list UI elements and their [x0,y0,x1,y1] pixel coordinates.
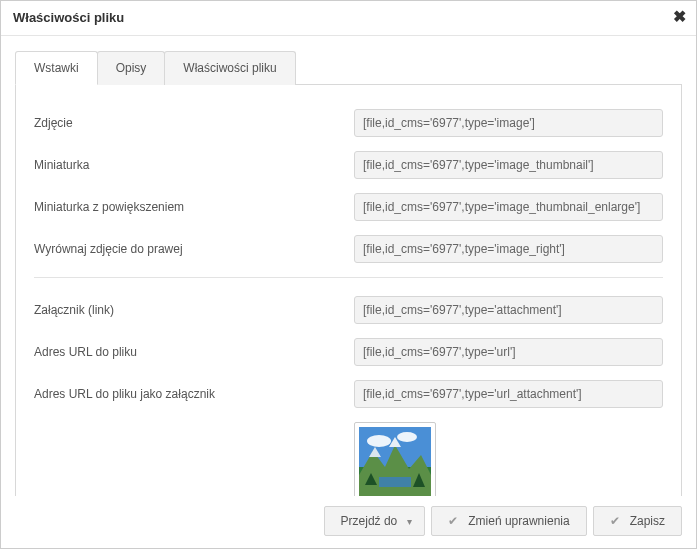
dialog-content: Wstawki Opisy Właściwości pliku Zdjęcie … [1,36,696,496]
landscape-image-icon [359,427,431,496]
label-url: Adres URL do pliku [34,345,354,359]
label-attachment: Załącznik (link) [34,303,354,317]
svg-point-3 [397,432,417,442]
tab-properties[interactable]: Właściwości pliku [164,51,295,85]
change-permissions-button[interactable]: ✔ Zmień uprawnienia [431,506,586,536]
row-url: Adres URL do pliku [34,338,663,366]
save-button[interactable]: ✔ Zapisz [593,506,682,536]
row-align-right: Wyrównaj zdjęcie do prawej [34,235,663,263]
value-thumb[interactable] [354,151,663,179]
chevron-down-icon: ▾ [407,516,412,527]
row-thumb-enlarge: Miniaturka z powiększeniem [34,193,663,221]
change-permissions-label: Zmień uprawnienia [468,514,569,528]
row-url-attachment: Adres URL do pliku jako załącznik [34,380,663,408]
label-image: Zdjęcie [34,116,354,130]
tab-panel-inserts: Zdjęcie Miniaturka Miniaturka z powiększ… [15,85,682,496]
svg-rect-9 [379,477,411,487]
row-image: Zdjęcie [34,109,663,137]
value-url-attachment[interactable] [354,380,663,408]
goto-button-label: Przejdź do [341,514,398,528]
dialog-footer: Przejdź do ▾ ✔ Zmień uprawnienia ✔ Zapis… [1,496,696,548]
value-image[interactable] [354,109,663,137]
value-align-right[interactable] [354,235,663,263]
label-thumb: Miniaturka [34,158,354,172]
goto-button[interactable]: Przejdź do ▾ [324,506,426,536]
check-icon: ✔ [448,514,458,528]
label-url-attachment: Adres URL do pliku jako załącznik [34,387,354,401]
save-button-label: Zapisz [630,514,665,528]
value-url[interactable] [354,338,663,366]
label-thumb-enlarge: Miniaturka z powiększeniem [34,200,354,214]
value-attachment[interactable] [354,296,663,324]
dialog-title: Właściwości pliku [13,10,124,25]
file-properties-dialog: Właściwości pliku ✖ Wstawki Opisy Właści… [0,0,697,549]
row-thumb: Miniaturka [34,151,663,179]
label-align-right: Wyrównaj zdjęcie do prawej [34,242,354,256]
dialog-titlebar: Właściwości pliku ✖ [1,1,696,36]
tabs: Wstawki Opisy Właściwości pliku [15,50,682,85]
thumbnail-preview-wrap [354,422,663,496]
thumbnail-preview[interactable] [354,422,436,496]
tab-inserts[interactable]: Wstawki [15,51,98,85]
row-attachment: Załącznik (link) [34,296,663,324]
check-icon: ✔ [610,514,620,528]
tab-descriptions[interactable]: Opisy [97,51,166,85]
value-thumb-enlarge[interactable] [354,193,663,221]
close-icon[interactable]: ✖ [673,9,686,25]
divider [34,277,663,278]
svg-point-2 [367,435,391,447]
